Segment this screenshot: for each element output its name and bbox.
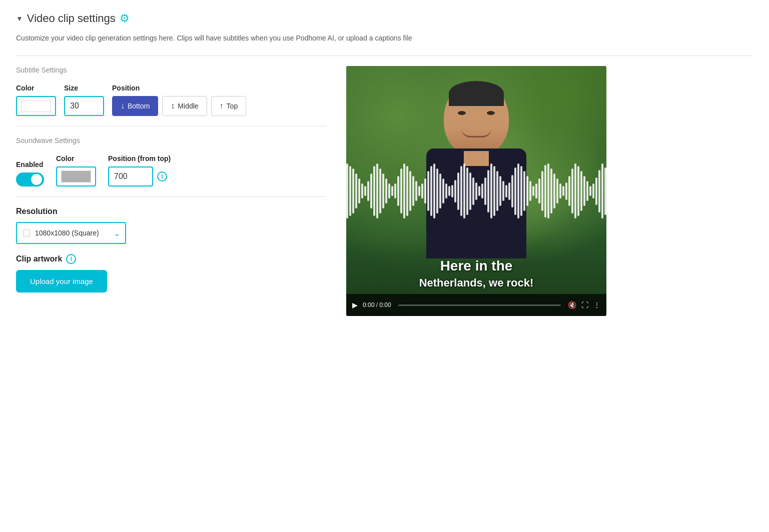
wave-bar [358, 178, 360, 204]
wave-bar [454, 180, 456, 202]
position-middle-button[interactable]: ↕ Middle [162, 96, 207, 116]
resolution-select[interactable]: 1080x1080 (Square) ⌄ [16, 222, 126, 244]
clip-artwork-label: Clip artwork i [16, 254, 326, 264]
top-icon: ↑ [220, 102, 224, 110]
wave-bar [535, 184, 537, 198]
wave-bar [502, 181, 504, 201]
middle-label: Middle [178, 102, 198, 110]
person-hair [449, 81, 504, 106]
top-label: Top [227, 102, 238, 110]
wave-bar [367, 181, 369, 201]
resolution-section: Resolution 1080x1080 (Square) ⌄ [16, 207, 326, 244]
progress-bar[interactable] [398, 304, 561, 306]
wave-bar [346, 164, 348, 218]
wave-bar [508, 182, 510, 200]
position-top-button[interactable]: ↑ Top [211, 96, 247, 116]
resolution-checkbox [23, 230, 30, 236]
subtitle-settings-section: Subtitle Settings Color Size Position [16, 66, 326, 116]
mid-divider [16, 126, 326, 126]
subtitle-color-swatch [21, 100, 51, 112]
wave-bar [496, 171, 498, 211]
wave-bar [373, 166, 375, 216]
wave-bar [511, 175, 513, 208]
page-header: ▼ Video clip settings ⚙ [16, 12, 753, 25]
soundwave-color-swatch [61, 170, 91, 182]
person-left-eye [458, 111, 466, 115]
wave-bar [466, 168, 468, 215]
wave-bar [586, 181, 588, 201]
wave-bar [439, 174, 441, 208]
wave-bar [472, 178, 474, 205]
video-container: Here in the Netherlands, we rock! ▶ 0:00… [346, 66, 606, 316]
upload-image-button[interactable]: Upload your image [16, 270, 107, 292]
wave-bar [559, 184, 561, 198]
person-right-eye [487, 111, 495, 115]
video-controls-bar: ▶ 0:00 / 0:00 🔇 ⛶ ⋮ [346, 294, 606, 316]
bottom-divider [16, 196, 326, 197]
main-layout: Subtitle Settings Color Size Position [16, 66, 753, 316]
position-number-input[interactable] [108, 166, 153, 186]
position-label: Position [112, 84, 246, 92]
soundwave-controls-row: Enabled Color Position (from top) [16, 154, 326, 186]
play-button[interactable]: ▶ [352, 301, 358, 309]
wave-bar [400, 168, 402, 214]
wave-bar [355, 174, 357, 208]
fullscreen-icon[interactable]: ⛶ [581, 301, 588, 309]
wave-bar [505, 185, 507, 198]
wave-bar [463, 164, 465, 218]
gear-icon[interactable]: ⚙ [120, 12, 130, 25]
wave-bar [538, 178, 540, 204]
wave-bar [478, 186, 480, 196]
clip-artwork-text: Clip artwork [16, 254, 62, 264]
clip-artwork-info-icon[interactable]: i [66, 254, 76, 264]
volume-icon[interactable]: 🔇 [568, 301, 576, 309]
collapse-arrow[interactable]: ▼ [16, 14, 23, 22]
wave-bar [526, 176, 528, 206]
wave-bar [394, 184, 396, 198]
wave-bar [583, 176, 585, 206]
position-input-wrap: i [108, 166, 171, 186]
wave-bar [409, 171, 411, 211]
wave-bar [523, 171, 525, 211]
subtitle-line2: Netherlands, we rock! [356, 276, 596, 291]
wave-bar [406, 166, 408, 216]
wave-bar [487, 170, 489, 212]
wave-bar [565, 182, 567, 200]
size-label: Size [64, 84, 104, 92]
wave-bar [349, 166, 351, 216]
wave-bar [379, 168, 381, 214]
position-buttons: ↓ Bottom ↕ Middle ↑ Top [112, 96, 246, 116]
subtitle-section-title: Subtitle Settings [16, 66, 326, 74]
position-bottom-button[interactable]: ↓ Bottom [112, 96, 158, 116]
wave-bar [595, 178, 597, 205]
resolution-value: 1080x1080 (Square) [35, 229, 99, 237]
soundwave-color-picker[interactable] [56, 166, 96, 186]
bottom-label: Bottom [128, 102, 150, 110]
wave-bar [376, 164, 378, 218]
subtitle-overlay: Here in the Netherlands, we rock! [346, 256, 606, 291]
soundwave-toggle[interactable] [16, 172, 44, 186]
wave-bar [460, 166, 462, 216]
wave-bar [403, 164, 405, 218]
size-input[interactable] [64, 96, 104, 116]
soundwave-overlay [346, 161, 606, 221]
chevron-down-icon: ⌄ [114, 228, 120, 238]
wave-bar [424, 178, 426, 204]
wave-bar [442, 178, 444, 204]
more-options-icon[interactable]: ⋮ [593, 301, 600, 309]
wave-bar [436, 168, 438, 214]
wave-bar [451, 185, 453, 198]
page-title: ▼ Video clip settings ⚙ [16, 12, 130, 25]
wave-bar [427, 171, 429, 211]
wave-bar [481, 184, 483, 198]
page-description: Customize your video clip generation set… [16, 33, 753, 44]
wave-bar [568, 176, 570, 206]
subtitle-color-picker[interactable] [16, 96, 56, 116]
wave-bar [457, 172, 459, 210]
position-info-icon[interactable]: i [157, 172, 167, 182]
wave-bar [421, 184, 423, 198]
wave-bar [484, 178, 486, 205]
wave-bar [529, 181, 531, 201]
bottom-icon: ↓ [121, 102, 125, 110]
wave-bar [433, 164, 435, 218]
